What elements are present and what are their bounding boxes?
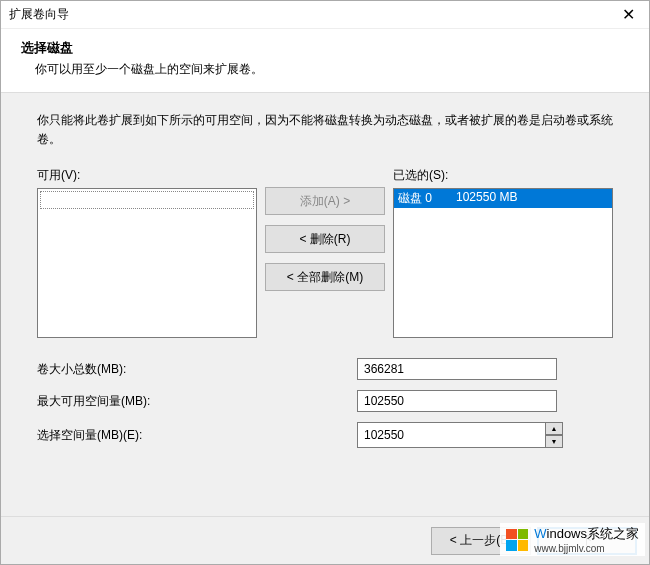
watermark-brand-suffix: 系统之家 — [587, 526, 639, 541]
remove-all-button[interactable]: < 全部删除(M) — [265, 263, 385, 291]
max-size-row: 最大可用空间量(MB): 102550 — [37, 390, 613, 412]
watermark-brand-prefix: W — [534, 526, 546, 541]
max-size-label: 最大可用空间量(MB): — [37, 393, 357, 410]
wizard-header: 选择磁盘 你可以用至少一个磁盘上的空间来扩展卷。 — [1, 29, 649, 93]
page-description: 你可以用至少一个磁盘上的空间来扩展卷。 — [35, 61, 629, 78]
spinner-buttons: ▲ ▼ — [545, 422, 563, 448]
remove-button[interactable]: < 删除(R) — [265, 225, 385, 253]
available-listbox[interactable] — [37, 188, 257, 338]
selected-label: 已选的(S): — [393, 167, 613, 184]
selected-column: 已选的(S): 磁盘 0 102550 MB — [393, 167, 613, 338]
wizard-window: 扩展卷向导 ✕ 选择磁盘 你可以用至少一个磁盘上的空间来扩展卷。 你只能将此卷扩… — [0, 0, 650, 565]
watermark-url: www.bjjmlv.com — [534, 543, 639, 554]
max-size-value: 102550 — [357, 390, 557, 412]
watermark-brand-rest: indows — [547, 526, 587, 541]
spinner-up-icon[interactable]: ▲ — [545, 422, 563, 435]
page-title: 选择磁盘 — [21, 39, 629, 57]
disk-size: 102550 MB — [456, 190, 517, 207]
list-item[interactable]: 磁盘 0 102550 MB — [394, 189, 612, 208]
spinner-down-icon[interactable]: ▼ — [545, 435, 563, 448]
select-size-input[interactable] — [357, 422, 545, 448]
disk-name: 磁盘 0 — [398, 190, 432, 207]
select-size-row: 选择空间量(MB)(E): ▲ ▼ — [37, 422, 613, 448]
available-column: 可用(V): — [37, 167, 257, 338]
selected-listbox[interactable]: 磁盘 0 102550 MB — [393, 188, 613, 338]
windows-logo-icon — [506, 529, 528, 551]
watermark: Windows系统之家 www.bjjmlv.com — [500, 523, 645, 556]
size-fields: 卷大小总数(MB): 366281 最大可用空间量(MB): 102550 选择… — [37, 358, 613, 448]
available-label: 可用(V): — [37, 167, 257, 184]
disk-lists-row: 可用(V): 添加(A) > < 删除(R) < 全部删除(M) 已选的(S):… — [37, 167, 613, 338]
watermark-text: Windows系统之家 www.bjjmlv.com — [534, 525, 639, 554]
close-icon[interactable]: ✕ — [616, 5, 641, 24]
select-size-spinner: ▲ ▼ — [357, 422, 563, 448]
info-text: 你只能将此卷扩展到如下所示的可用空间，因为不能将磁盘转换为动态磁盘，或者被扩展的… — [37, 111, 613, 149]
transfer-buttons: 添加(A) > < 删除(R) < 全部删除(M) — [265, 167, 385, 338]
select-size-label: 选择空间量(MB)(E): — [37, 427, 357, 444]
window-title: 扩展卷向导 — [9, 6, 69, 23]
titlebar: 扩展卷向导 ✕ — [1, 1, 649, 29]
add-button[interactable]: 添加(A) > — [265, 187, 385, 215]
total-size-row: 卷大小总数(MB): 366281 — [37, 358, 613, 380]
content-area: 你只能将此卷扩展到如下所示的可用空间，因为不能将磁盘转换为动态磁盘，或者被扩展的… — [1, 93, 649, 522]
total-size-label: 卷大小总数(MB): — [37, 361, 357, 378]
total-size-value: 366281 — [357, 358, 557, 380]
